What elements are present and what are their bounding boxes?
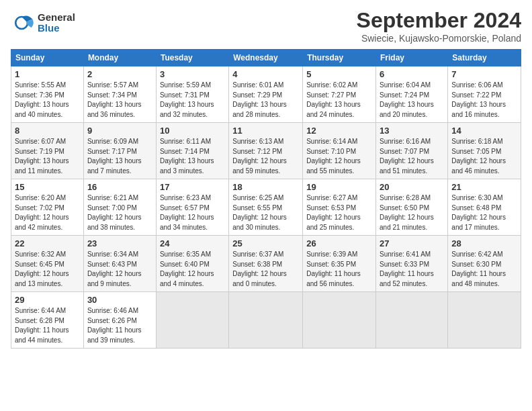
calendar-cell: 1Sunrise: 5:55 AMSunset: 7:36 PMDaylight…	[11, 66, 84, 123]
header-thursday: Thursday	[303, 50, 376, 66]
header-friday: Friday	[376, 50, 448, 66]
logo-general: General	[38, 12, 75, 24]
calendar-cell: 30Sunrise: 6:46 AMSunset: 6:26 PMDayligh…	[83, 292, 156, 349]
calendar-cell: 14Sunrise: 6:18 AMSunset: 7:05 PMDayligh…	[448, 123, 521, 179]
calendar-cell: 4Sunrise: 6:01 AMSunset: 7:29 PMDaylight…	[229, 66, 303, 123]
day-info: Sunrise: 6:16 AMSunset: 7:07 PMDaylight:…	[380, 138, 434, 175]
day-info: Sunrise: 6:01 AMSunset: 7:29 PMDaylight:…	[232, 81, 287, 118]
calendar-cell: 7Sunrise: 6:06 AMSunset: 7:22 PMDaylight…	[448, 66, 521, 123]
day-number: 4	[232, 69, 299, 79]
day-number: 6	[380, 69, 444, 79]
day-info: Sunrise: 6:02 AMSunset: 7:27 PMDaylight:…	[306, 81, 361, 118]
day-info: Sunrise: 6:27 AMSunset: 6:53 PMDaylight:…	[306, 194, 361, 231]
header-monday: Monday	[83, 50, 156, 66]
day-info: Sunrise: 6:46 AMSunset: 6:26 PMDaylight:…	[87, 307, 142, 344]
day-info: Sunrise: 6:41 AMSunset: 6:33 PMDaylight:…	[380, 250, 434, 287]
calendar-week-row-3: 22Sunrise: 6:32 AMSunset: 6:45 PMDayligh…	[11, 236, 521, 292]
calendar-cell: 18Sunrise: 6:25 AMSunset: 6:55 PMDayligh…	[229, 179, 303, 236]
day-info: Sunrise: 6:13 AMSunset: 7:12 PMDaylight:…	[232, 138, 287, 175]
calendar-cell: 11Sunrise: 6:13 AMSunset: 7:12 PMDayligh…	[229, 123, 303, 179]
calendar-cell: 6Sunrise: 6:04 AMSunset: 7:24 PMDaylight…	[376, 66, 448, 123]
day-number: 15	[15, 182, 80, 192]
day-info: Sunrise: 6:42 AMSunset: 6:30 PMDaylight:…	[451, 250, 506, 287]
day-info: Sunrise: 6:04 AMSunset: 7:24 PMDaylight:…	[380, 81, 434, 118]
day-number: 2	[87, 69, 152, 79]
day-number: 13	[380, 126, 444, 136]
main-container: General Blue September 2024 Swiecie, Kuj…	[0, 0, 532, 357]
day-number: 21	[451, 182, 517, 192]
calendar-cell	[156, 292, 228, 349]
day-info: Sunrise: 6:44 AMSunset: 6:28 PMDaylight:…	[15, 307, 69, 344]
day-info: Sunrise: 6:18 AMSunset: 7:05 PMDaylight:…	[451, 138, 506, 175]
day-info: Sunrise: 6:23 AMSunset: 6:57 PMDaylight:…	[160, 194, 214, 231]
calendar-cell: 12Sunrise: 6:14 AMSunset: 7:10 PMDayligh…	[303, 123, 376, 179]
calendar-header-row: Sunday Monday Tuesday Wednesday Thursday…	[11, 50, 521, 66]
day-number: 9	[87, 126, 152, 136]
day-number: 26	[306, 238, 372, 248]
calendar-cell: 29Sunrise: 6:44 AMSunset: 6:28 PMDayligh…	[11, 292, 84, 349]
day-info: Sunrise: 6:07 AMSunset: 7:19 PMDaylight:…	[15, 138, 69, 175]
calendar-cell	[229, 292, 303, 349]
day-number: 3	[160, 69, 225, 79]
header-saturday: Saturday	[448, 50, 521, 66]
day-info: Sunrise: 6:37 AMSunset: 6:38 PMDaylight:…	[232, 250, 287, 287]
calendar-cell	[303, 292, 376, 349]
day-number: 8	[15, 126, 80, 136]
day-number: 10	[160, 126, 225, 136]
day-number: 23	[87, 238, 152, 248]
month-title: September 2024	[357, 8, 521, 33]
calendar-cell: 26Sunrise: 6:39 AMSunset: 6:35 PMDayligh…	[303, 236, 376, 292]
calendar-week-row-1: 8Sunrise: 6:07 AMSunset: 7:19 PMDaylight…	[11, 123, 521, 179]
calendar-cell: 3Sunrise: 5:59 AMSunset: 7:31 PMDaylight…	[156, 66, 228, 123]
day-number: 16	[87, 182, 152, 192]
day-number: 27	[380, 238, 444, 248]
day-info: Sunrise: 6:20 AMSunset: 7:02 PMDaylight:…	[15, 194, 69, 231]
day-info: Sunrise: 6:06 AMSunset: 7:22 PMDaylight:…	[451, 81, 506, 118]
header-tuesday: Tuesday	[156, 50, 228, 66]
day-info: Sunrise: 6:11 AMSunset: 7:14 PMDaylight:…	[160, 138, 214, 175]
day-number: 29	[15, 295, 80, 305]
logo-icon	[11, 11, 35, 35]
logo-blue: Blue	[38, 23, 75, 34]
day-info: Sunrise: 6:09 AMSunset: 7:17 PMDaylight:…	[87, 138, 142, 175]
day-info: Sunrise: 6:35 AMSunset: 6:40 PMDaylight:…	[160, 250, 214, 287]
day-number: 28	[451, 238, 517, 248]
calendar-cell: 5Sunrise: 6:02 AMSunset: 7:27 PMDaylight…	[303, 66, 376, 123]
day-info: Sunrise: 5:55 AMSunset: 7:36 PMDaylight:…	[15, 81, 69, 118]
day-info: Sunrise: 6:28 AMSunset: 6:50 PMDaylight:…	[380, 194, 434, 231]
day-number: 12	[306, 126, 372, 136]
day-number: 20	[380, 182, 444, 192]
title-block: September 2024 Swiecie, Kujawsko-Pomorsk…	[357, 8, 521, 44]
calendar-cell: 24Sunrise: 6:35 AMSunset: 6:40 PMDayligh…	[156, 236, 228, 292]
header-sunday: Sunday	[11, 50, 84, 66]
day-info: Sunrise: 5:57 AMSunset: 7:34 PMDaylight:…	[87, 81, 142, 118]
calendar-cell: 13Sunrise: 6:16 AMSunset: 7:07 PMDayligh…	[376, 123, 448, 179]
day-info: Sunrise: 6:34 AMSunset: 6:43 PMDaylight:…	[87, 250, 142, 287]
day-number: 22	[15, 238, 80, 248]
day-info: Sunrise: 5:59 AMSunset: 7:31 PMDaylight:…	[160, 81, 214, 118]
calendar-cell: 17Sunrise: 6:23 AMSunset: 6:57 PMDayligh…	[156, 179, 228, 236]
day-number: 30	[87, 295, 152, 305]
calendar-table: Sunday Monday Tuesday Wednesday Thursday…	[11, 49, 521, 349]
calendar-cell: 23Sunrise: 6:34 AMSunset: 6:43 PMDayligh…	[83, 236, 156, 292]
calendar-week-row-2: 15Sunrise: 6:20 AMSunset: 7:02 PMDayligh…	[11, 179, 521, 236]
calendar-cell: 8Sunrise: 6:07 AMSunset: 7:19 PMDaylight…	[11, 123, 84, 179]
calendar-cell	[376, 292, 448, 349]
calendar-cell: 19Sunrise: 6:27 AMSunset: 6:53 PMDayligh…	[303, 179, 376, 236]
day-number: 18	[232, 182, 299, 192]
day-info: Sunrise: 6:21 AMSunset: 7:00 PMDaylight:…	[87, 194, 142, 231]
calendar-cell: 20Sunrise: 6:28 AMSunset: 6:50 PMDayligh…	[376, 179, 448, 236]
day-info: Sunrise: 6:30 AMSunset: 6:48 PMDaylight:…	[451, 194, 506, 231]
day-number: 14	[451, 126, 517, 136]
location-subtitle: Swiecie, Kujawsko-Pomorskie, Poland	[357, 33, 521, 44]
day-number: 1	[15, 69, 80, 79]
header: General Blue September 2024 Swiecie, Kuj…	[11, 8, 521, 44]
calendar-cell: 21Sunrise: 6:30 AMSunset: 6:48 PMDayligh…	[448, 179, 521, 236]
day-number: 7	[451, 69, 517, 79]
day-number: 24	[160, 238, 225, 248]
day-number: 11	[232, 126, 299, 136]
day-info: Sunrise: 6:39 AMSunset: 6:35 PMDaylight:…	[306, 250, 361, 287]
calendar-cell: 15Sunrise: 6:20 AMSunset: 7:02 PMDayligh…	[11, 179, 84, 236]
day-info: Sunrise: 6:14 AMSunset: 7:10 PMDaylight:…	[306, 138, 361, 175]
calendar-week-row-0: 1Sunrise: 5:55 AMSunset: 7:36 PMDaylight…	[11, 66, 521, 123]
